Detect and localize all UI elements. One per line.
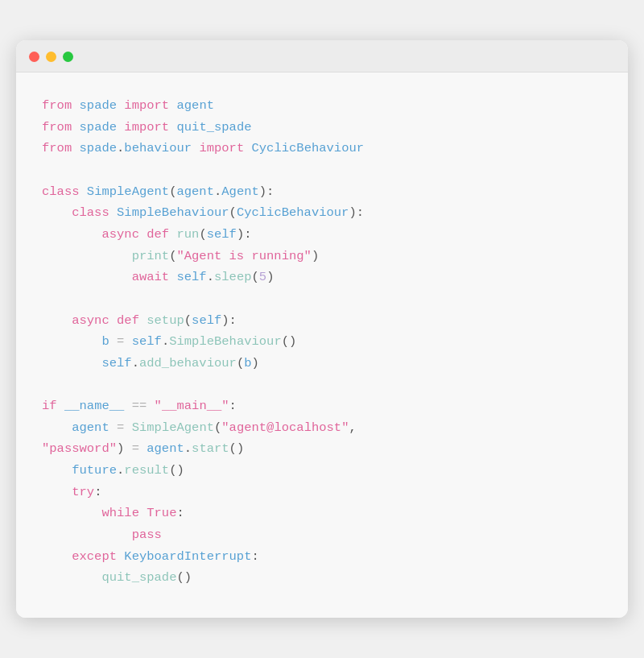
maximize-button[interactable] xyxy=(63,52,73,62)
minimize-button[interactable] xyxy=(46,52,56,62)
titlebar xyxy=(16,40,628,72)
code-window: from spade import agent from spade impor… xyxy=(16,40,628,618)
code-editor[interactable]: from spade import agent from spade impor… xyxy=(16,72,628,618)
close-button[interactable] xyxy=(29,52,39,62)
